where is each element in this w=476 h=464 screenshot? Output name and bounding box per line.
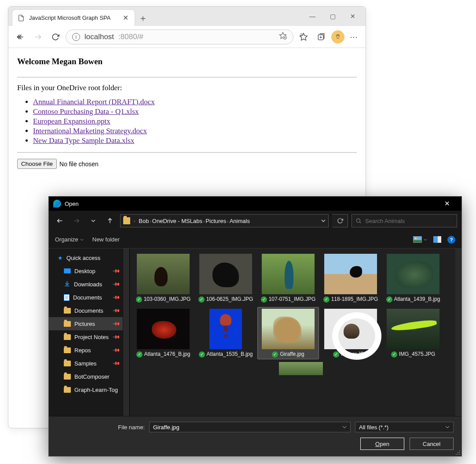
folder-icon xyxy=(64,374,71,380)
chevron-down-icon[interactable] xyxy=(342,425,347,429)
minimize-button[interactable]: ― xyxy=(302,9,322,23)
list-item: Contoso Purchasing Data - Q1.xlsx xyxy=(33,107,357,116)
file-item[interactable]: ✓106-0625_IMG.JPG xyxy=(195,252,256,304)
sidebar-item[interactable]: Documents📌 xyxy=(49,291,124,304)
file-item[interactable]: ✓Atlanta_1476_B.jpg xyxy=(132,307,194,359)
pin-icon: 📌 xyxy=(112,280,120,288)
search-input[interactable] xyxy=(365,218,453,224)
dialog-close-button[interactable]: ✕ xyxy=(437,197,457,211)
nav-forward-button[interactable] xyxy=(70,214,83,227)
sidebar-item[interactable]: Samples📌 xyxy=(49,357,124,370)
favorites-icon[interactable] xyxy=(296,29,311,44)
file-item[interactable]: ✓Atlanta_1535_B.jpg xyxy=(195,307,256,359)
nav-back-button[interactable] xyxy=(53,214,66,227)
file-name: Atlanta_1535_B.jpg xyxy=(207,351,253,358)
chevron-down-icon[interactable] xyxy=(321,218,326,224)
file-item[interactable]: ✓103-0360_IMG.JPG xyxy=(132,252,194,304)
recent-dropdown-button[interactable] xyxy=(87,214,100,227)
sidebar-item-label: Samples xyxy=(74,360,97,367)
breadcrumb-segment[interactable]: Bob xyxy=(139,218,149,224)
favorite-add-icon[interactable] xyxy=(279,32,287,42)
file-item[interactable]: ✓Atlanta_1439_B.jpg xyxy=(382,252,444,304)
file-link[interactable]: Annual Financial Report (DRAFT).docx xyxy=(33,98,155,106)
site-info-icon[interactable]: i xyxy=(72,33,80,41)
sidebar-item-label: Desktop xyxy=(74,268,95,274)
tab-bar: JavaScript Microsoft Graph SPA ✕ ＋ ― ▢ ✕ xyxy=(8,7,366,26)
url-host: localhost xyxy=(84,33,114,41)
refresh-button[interactable] xyxy=(332,214,348,227)
file-link[interactable]: Contoso Purchasing Data - Q1.xlsx xyxy=(33,107,139,116)
breadcrumb-segment[interactable]: Pictures xyxy=(205,218,226,224)
sync-ok-icon: ✓ xyxy=(198,296,205,303)
more-menu-button[interactable]: ⋯ xyxy=(347,32,361,42)
breadcrumb[interactable]: › Bob›OneDrive - MSLabs›Pictures›Animals xyxy=(120,214,329,227)
monitor-icon xyxy=(64,268,71,274)
scrollbar-thumb[interactable] xyxy=(124,253,128,284)
reload-button[interactable] xyxy=(48,29,63,44)
download-icon xyxy=(64,280,70,288)
pin-icon: 📌 xyxy=(112,359,120,367)
sidebar-item[interactable]: BotComposer xyxy=(49,370,124,383)
file-link[interactable]: International Marketing Strategy.docx xyxy=(33,127,147,135)
maximize-button[interactable]: ▢ xyxy=(322,9,343,23)
close-button[interactable]: ✕ xyxy=(343,9,363,23)
folder-icon xyxy=(64,347,71,353)
open-button[interactable]: Open xyxy=(360,438,404,450)
sidebar-item[interactable]: ★Quick access xyxy=(49,251,124,264)
file-thumbnail-partial[interactable] xyxy=(279,362,323,375)
help-button[interactable]: ? xyxy=(447,236,455,244)
profile-avatar[interactable] xyxy=(331,30,344,44)
choose-file-button[interactable]: Choose File xyxy=(17,159,57,169)
view-mode-button[interactable] xyxy=(413,236,427,243)
file-item[interactable]: ✓Hathor.JPG xyxy=(320,307,381,359)
svg-point-15 xyxy=(339,36,340,37)
file-thumbnail xyxy=(262,309,315,349)
file-link[interactable]: New Data Type Sample Data.xlsx xyxy=(33,136,134,145)
sidebar-item[interactable]: Documents📌 xyxy=(49,304,124,317)
address-bar[interactable]: i localhost:8080/# xyxy=(66,29,293,44)
new-tab-button[interactable]: ＋ xyxy=(135,10,151,26)
pin-icon: 📌 xyxy=(112,332,120,341)
svg-point-19 xyxy=(356,219,360,222)
file-item[interactable]: ✓IMG_4575.JPG xyxy=(382,307,444,359)
breadcrumb-segment[interactable]: Animals xyxy=(230,218,250,224)
new-folder-button[interactable]: New folder xyxy=(92,236,120,243)
nav-up-button[interactable] xyxy=(103,214,117,227)
filename-input[interactable]: Giraffe.jpg xyxy=(149,422,351,432)
collections-icon[interactable] xyxy=(314,29,329,44)
file-type-filter[interactable]: All files (*.*) xyxy=(355,422,454,432)
sidebar-item[interactable]: Repos📌 xyxy=(49,343,124,357)
sidebar-item[interactable]: Project Notes📌 xyxy=(49,330,124,343)
browser-tab[interactable]: JavaScript Microsoft Graph SPA ✕ xyxy=(12,9,135,26)
forward-button[interactable] xyxy=(30,29,45,44)
file-link[interactable]: European Expansion.pptx xyxy=(33,117,110,125)
file-item[interactable]: ✓107-0751_IMG.JPG xyxy=(257,252,319,304)
chevron-down-icon xyxy=(445,425,450,429)
sidebar-item[interactable]: Desktop📌 xyxy=(49,264,124,278)
organize-menu[interactable]: Organize xyxy=(55,236,84,243)
sync-ok-icon: ✓ xyxy=(386,296,392,303)
sync-ok-icon: ✓ xyxy=(272,351,278,358)
file-area: ✓103-0360_IMG.JPG✓106-0625_IMG.JPG✓107-0… xyxy=(130,248,461,416)
back-button[interactable] xyxy=(13,29,28,44)
sidebar-item[interactable]: Pictures📌 xyxy=(49,317,124,330)
cancel-button[interactable]: Cancel xyxy=(410,438,454,450)
sync-ok-icon: ✓ xyxy=(199,351,205,358)
file-item[interactable]: ✓118-1895_IMG.JPG xyxy=(320,252,381,304)
scrollbar-thumb[interactable] xyxy=(456,252,461,305)
resize-grip[interactable] xyxy=(455,450,461,455)
sidebar-item[interactable]: Downloads📌 xyxy=(49,278,124,291)
search-box[interactable] xyxy=(352,214,457,227)
breadcrumb-segment[interactable]: OneDrive - MSLabs xyxy=(152,218,202,224)
dialog-navbar: › Bob›OneDrive - MSLabs›Pictures›Animals xyxy=(49,211,461,231)
file-item[interactable]: ✓Giraffe.jpg xyxy=(257,307,319,359)
pin-icon: 📌 xyxy=(112,319,120,328)
file-thumbnail xyxy=(324,309,377,349)
preview-pane-button[interactable] xyxy=(433,236,441,243)
sidebar-item-label: Graph-Learn-Tog xyxy=(74,387,118,393)
tab-close-icon[interactable]: ✕ xyxy=(123,14,128,22)
chevron-right-icon: › xyxy=(226,219,229,224)
nav-bar: i localhost:8080/# ⋯ xyxy=(8,26,366,48)
sidebar-item[interactable]: Graph-Learn-Tog xyxy=(49,383,124,396)
no-file-label: No file chosen xyxy=(59,161,99,168)
